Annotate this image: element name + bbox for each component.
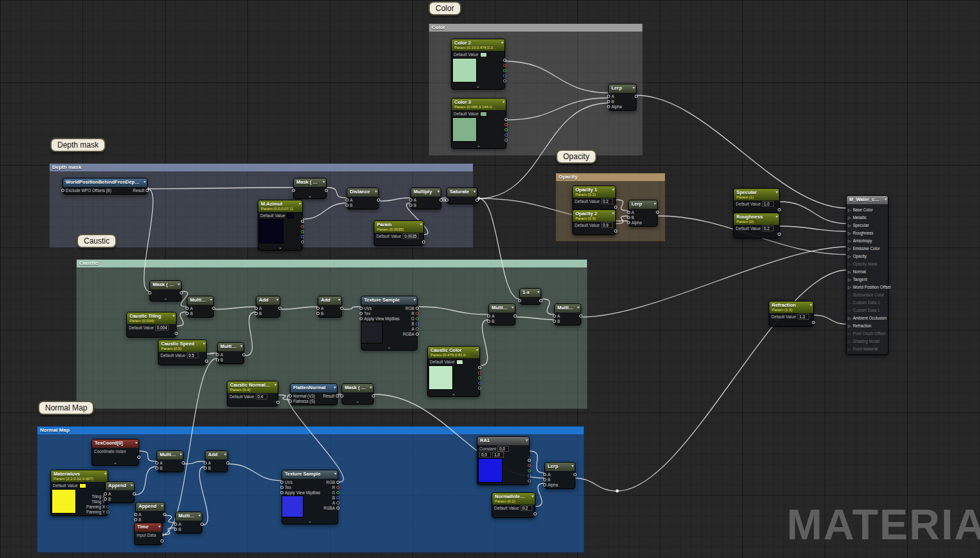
material-graph-canvas[interactable]: MATERIAL ColorDepth maskOpacityCausticNo… bbox=[0, 0, 980, 558]
comment-bubble-caustic[interactable]: Caustic bbox=[77, 234, 117, 248]
comment-bubble-color[interactable]: Color bbox=[428, 1, 461, 15]
comment-bubbles-layer: ColorDepth maskOpacityCausticNormal Map bbox=[0, 0, 980, 558]
comment-bubble-depth-mask[interactable]: Depth mask bbox=[50, 138, 106, 152]
comment-bubble-opacity[interactable]: Opacity bbox=[556, 149, 597, 164]
comment-bubble-normal-map[interactable]: Normal Map bbox=[38, 401, 94, 415]
